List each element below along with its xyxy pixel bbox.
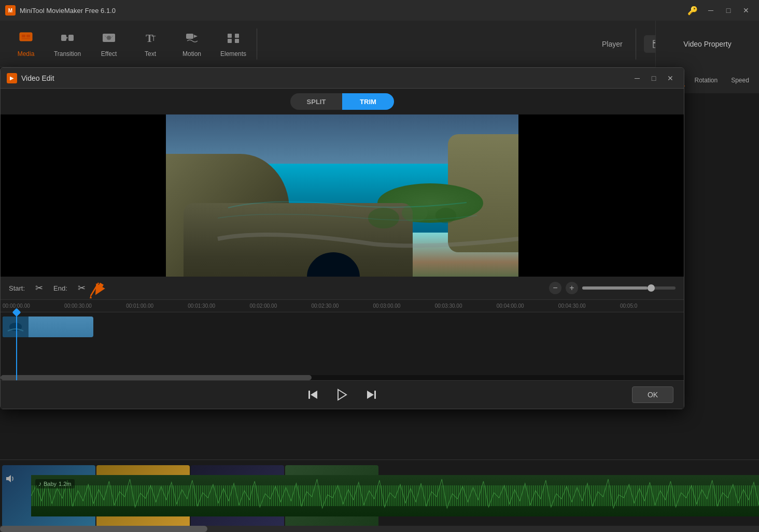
close-button[interactable]: ✕ [738, 4, 754, 17]
zoom-track [582, 286, 648, 290]
app-icon: M [5, 5, 16, 16]
audio-duration: 1.2m [59, 481, 71, 487]
start-scissors-icon[interactable]: ✂ [35, 282, 43, 294]
dialog-title: Video Edit [21, 74, 630, 82]
end-label: End: [53, 284, 67, 292]
red-arrow-svg [88, 280, 109, 298]
text-icon: T T [143, 31, 158, 47]
tab-speed[interactable]: Speed [727, 75, 753, 86]
dialog-icon: ▶ [7, 73, 17, 83]
maximize-button[interactable]: □ [721, 4, 736, 17]
transition-label: Transition [54, 50, 81, 57]
toolbar-item-effect[interactable]: Effect [88, 24, 130, 63]
svg-rect-13 [235, 34, 239, 38]
end-scissors-icon[interactable]: ✂ [78, 282, 86, 294]
svg-rect-18 [31, 475, 759, 516]
toolbar-item-media[interactable]: Media [5, 24, 47, 63]
audio-waveform: ♪ Baby 1.2m [31, 475, 759, 516]
next-icon [365, 389, 377, 401]
minimize-button[interactable]: ─ [703, 4, 719, 17]
toolbar-item-elements[interactable]: Elements [213, 24, 254, 63]
play-icon [335, 387, 349, 402]
media-icon [19, 31, 33, 47]
window-controls: ─ □ ✕ [703, 4, 754, 17]
toolbar-item-transition[interactable]: Transition [47, 24, 88, 63]
ruler-mark-6: 00:03:00.00 [373, 303, 435, 309]
toolbar-item-text[interactable]: T T Text [130, 24, 171, 63]
media-label: Media [18, 50, 35, 57]
playhead[interactable] [16, 312, 17, 380]
zoom-thumb[interactable] [648, 284, 655, 292]
audio-name: Baby [44, 481, 57, 487]
bottom-scrollbar[interactable] [0, 526, 759, 532]
trim-button[interactable]: TRIM [342, 93, 394, 110]
motion-label: Motion [182, 50, 201, 57]
right-panel-header: Video Property [655, 21, 759, 67]
scroll-thumb[interactable] [0, 526, 207, 532]
play-button[interactable] [335, 387, 349, 402]
player-label: Player [597, 40, 628, 48]
text-label: Text [145, 50, 156, 57]
trim-zoom: − + [549, 282, 676, 294]
zoom-slider[interactable] [582, 286, 676, 290]
video-frame [166, 114, 518, 277]
video-display [1, 114, 684, 277]
prev-icon [307, 389, 319, 401]
zoom-out-button[interactable]: − [549, 282, 561, 294]
svg-rect-3 [26, 35, 30, 37]
key-icon: 🔑 [687, 6, 698, 16]
ruler-marks: 00:00:00.00 00:00:30.00 00:01:00.00 00:0… [3, 303, 682, 309]
next-frame-button[interactable] [365, 389, 377, 401]
ruler-mark-1: 00:00:30.00 [64, 303, 126, 309]
svg-point-21 [435, 208, 456, 223]
ruler-mark-7: 00:03:30.00 [435, 303, 497, 309]
dialog-minimize-button[interactable]: ─ [630, 73, 644, 84]
timeline-scrollbar[interactable] [1, 375, 684, 380]
dialog-controls-bottom: OK [1, 380, 684, 409]
svg-text:T: T [151, 34, 156, 42]
timeline-track[interactable] [1, 312, 684, 380]
waveform-svg [31, 475, 759, 516]
ok-button[interactable]: OK [632, 386, 673, 403]
svg-rect-5 [61, 35, 66, 41]
dialog-title-bar: ▶ Video Edit ─ □ ✕ [1, 68, 684, 89]
svg-marker-30 [367, 391, 374, 399]
dialog-win-controls: ─ □ ✕ [630, 73, 678, 84]
video-property-label: Video Property [683, 40, 731, 48]
ruler-mark-10: 00:05:0 [620, 303, 682, 309]
effect-icon [102, 31, 116, 47]
timeline-area: Start: ✂ End: ✂ − + 00:00:00.00 [1, 277, 684, 380]
tab-rotation[interactable]: Rotation [690, 75, 722, 86]
clip-thumb-svg [3, 317, 29, 337]
svg-point-8 [107, 36, 111, 40]
ruler-mark-4: 00:02:00.00 [249, 303, 311, 309]
ruler-mark-2: 00:01:00.00 [126, 303, 188, 309]
audio-label: ♪ Baby 1.2m [35, 479, 75, 488]
zoom-in-button[interactable]: + [566, 282, 578, 294]
ruler-mark-3: 00:01:30.00 [188, 303, 249, 309]
clip-thumbnail [3, 317, 29, 337]
main-toolbar: Media Transition Effect T T [0, 21, 759, 67]
scene-detail-svg [166, 114, 518, 277]
timeline-ruler: 00:00:00.00 00:00:30.00 00:01:00.00 00:0… [1, 300, 684, 312]
audio-icon-left [4, 473, 15, 486]
svg-rect-6 [68, 35, 74, 41]
app-title: MiniTool MovieMaker Free 6.1.0 [20, 7, 687, 15]
toolbar-separator [257, 28, 257, 60]
toolbar-separator-2 [636, 28, 636, 60]
svg-rect-29 [374, 391, 376, 399]
elements-label: Elements [220, 50, 246, 57]
elements-icon [226, 31, 241, 47]
prev-frame-button[interactable] [307, 389, 319, 401]
svg-rect-14 [228, 39, 232, 43]
split-button[interactable]: SPLIT [290, 93, 342, 110]
trim-controls: Start: ✂ End: ✂ − + [1, 277, 684, 300]
title-bar: M MiniTool MovieMaker Free 6.1.0 🔑 ─ □ ✕ [0, 0, 759, 21]
dialog-close-button[interactable]: ✕ [663, 73, 678, 84]
timeline-scroll-thumb[interactable] [1, 375, 312, 380]
svg-rect-11 [186, 34, 193, 39]
start-label: Start: [9, 284, 25, 292]
svg-rect-15 [235, 39, 239, 43]
toolbar-item-motion[interactable]: Motion [171, 24, 213, 63]
dialog-maximize-button[interactable]: □ [646, 73, 661, 84]
